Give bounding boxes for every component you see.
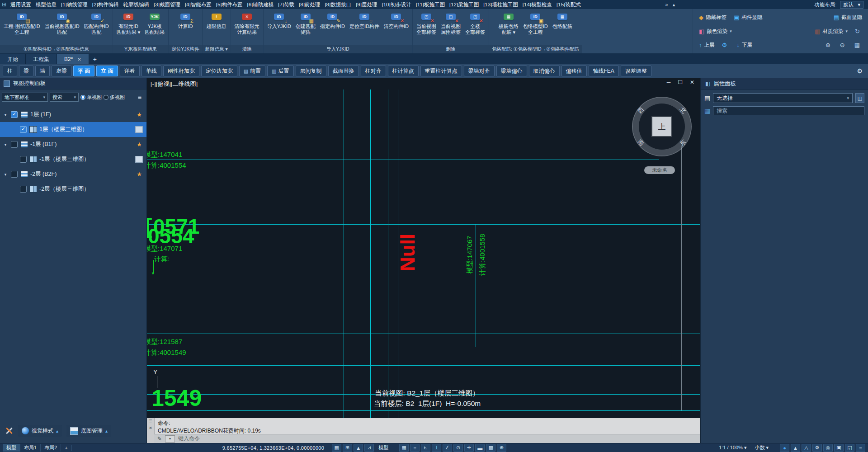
toolbar-button[interactable]: 梁 — [19, 66, 33, 76]
visibility-checkbox[interactable] — [20, 186, 27, 193]
toolbar-button[interactable]: 单线 — [142, 66, 161, 76]
expander-icon[interactable]: ▾ — [2, 172, 9, 177]
ortho-icon[interactable]: ⊥ — [432, 444, 441, 452]
isodraft-icon[interactable]: ▲ — [354, 444, 363, 452]
annotation-scale-icon[interactable]: ▲ — [791, 444, 800, 452]
polar-tracking-icon[interactable]: ∠ — [443, 444, 452, 452]
menu-item[interactable]: 轮廓线编辑 — [121, 1, 152, 8]
close-icon[interactable]: ✕ — [77, 57, 81, 62]
toolbar-button[interactable]: 梁墙对齐 — [464, 66, 495, 76]
refresh-icon[interactable]: ↻ — [853, 27, 864, 36]
menu-item[interactable]: [8]前处理 — [297, 1, 322, 8]
close-icon[interactable]: ✕ — [149, 426, 152, 430]
menu-item[interactable]: [14]模型检查 — [520, 1, 554, 8]
menu-item[interactable]: [11]板施工图 — [414, 1, 447, 8]
tree-row[interactable]: ▾ 1层 (1F) ★ — [0, 107, 146, 122]
ribbon-button[interactable]: ◳ ✕ 当前视图 属性标签 — [439, 10, 463, 36]
compass-west-label[interactable]: 西 — [636, 105, 646, 115]
tree-row[interactable]: ▾ -2层 (B2F) ★ — [0, 167, 146, 182]
dynamic-ucs-icon[interactable]: ⊿ — [364, 444, 374, 452]
toolbar-button[interactable]: 柱计算点 — [388, 66, 419, 76]
basement-standard-select[interactable]: 地下室标准 ▾ — [2, 93, 48, 102]
ribbon-overflow-icon[interactable]: » — [665, 2, 668, 8]
document-tab[interactable]: 工程集 — [26, 54, 57, 64]
tree-row[interactable]: 1层（楼层三维图） — [0, 122, 146, 137]
layout-tab[interactable]: 模型 — [3, 444, 20, 452]
menu-item[interactable]: [7]荷载 — [276, 1, 297, 8]
grid-display-icon[interactable]: ▦ — [399, 444, 409, 452]
precision-select[interactable]: 小数 ▾ — [751, 444, 772, 451]
toolbar-button[interactable]: 轴线FEA — [589, 66, 619, 76]
layout-tab[interactable]: 布局2 — [41, 444, 61, 452]
ribbon-button[interactable]: ▦ 板筋包络 配筋 ▾ — [496, 10, 521, 36]
visibility-checkbox[interactable] — [11, 171, 18, 178]
menu-item[interactable]: 通用设置 — [8, 1, 33, 8]
toolbar-button[interactable]: 立 面 — [96, 66, 118, 76]
section-visibility-icon[interactable]: ▤ 截面显隐 — [831, 13, 864, 22]
ribbon-button[interactable]: ID ↓ 导入YJKID — [265, 10, 293, 36]
view-thumbnail-icon[interactable] — [135, 126, 143, 133]
close-icon[interactable]: ✕ — [690, 79, 694, 85]
tree-row[interactable]: ▾ -1层 (B1F) ★ — [0, 137, 146, 152]
visibility-checkbox[interactable] — [11, 141, 18, 148]
view-thumbnail-icon[interactable] — [135, 156, 143, 163]
favorite-star-icon[interactable]: ★ — [137, 171, 142, 178]
otrack-icon[interactable]: ✛ — [464, 444, 474, 452]
base-map-button[interactable]: 底图管理 ▴ — [66, 425, 111, 437]
ribbon-button[interactable]: ID ▦ 创建匹配 矩阵 — [293, 10, 318, 36]
document-tab[interactable]: B2* ✕ — [57, 54, 89, 64]
command-options-icon[interactable]: ▾ — [165, 435, 175, 443]
color-render-icon[interactable]: ◧ 颜色渲染 ▾ — [697, 27, 734, 36]
compass-east-label[interactable]: 东 — [678, 138, 688, 148]
grid-mode-icon[interactable]: ▦ — [332, 444, 341, 452]
menu-item[interactable]: [6]辅助建模 — [245, 1, 276, 8]
zoom-level-button[interactable]: 1:1 / 100% ▾ — [716, 445, 750, 451]
ribbon-button[interactable]: ID ◌ 定位空ID构件 — [347, 10, 382, 36]
toolbar-button[interactable]: 误差调整 — [621, 66, 651, 76]
infer-constraints-icon[interactable]: ⊾ — [421, 444, 430, 452]
command-input[interactable]: ✎ ▾ 键入命令 — [154, 434, 700, 443]
view-compass[interactable]: 西 北 南 东 上 — [633, 98, 691, 155]
menu-item[interactable]: [10]初步设计 — [379, 1, 413, 8]
visibility-checkbox[interactable] — [20, 156, 27, 163]
ribbon-button[interactable]: ✕ 清除有限元 计算结果 — [232, 10, 262, 36]
menu-item[interactable]: [13]墙柱施工图 — [481, 1, 520, 8]
settings-gear-icon[interactable]: ⚙ — [720, 41, 732, 49]
osnap-icon[interactable]: ⊙ — [453, 444, 463, 452]
render-quality-icon[interactable]: ● — [780, 444, 789, 452]
new-tab-button[interactable]: + — [89, 54, 101, 64]
annotation-visibility-icon[interactable]: △ — [802, 444, 811, 452]
section-name-tag[interactable]: 未命名 — [644, 166, 675, 174]
zoom-in-icon[interactable]: ⊕ — [823, 41, 835, 49]
layer-up-icon[interactable]: ↑ 上层 — [697, 41, 717, 49]
snap-mode-icon[interactable]: ⊞ — [343, 444, 352, 452]
multi-view-radio[interactable]: 多视图 — [104, 94, 125, 101]
maximize-icon[interactable]: ☐ — [678, 79, 683, 85]
toolbar-button[interactable]: 取消偏心 — [529, 66, 560, 76]
ribbon-button[interactable]: ID ◉ 当前视图匹配ID 匹配 — [42, 10, 82, 36]
clean-screen-icon[interactable]: ◱ — [845, 444, 854, 452]
menu-item[interactable]: [3]截面管理 — [151, 1, 183, 8]
ribbon-button[interactable]: ID Σ 计算ID — [175, 10, 195, 36]
hardware-accel-icon[interactable]: ▣ — [834, 444, 844, 452]
toolbar-button[interactable]: 刚性杆加宽 — [163, 66, 199, 76]
ribbon-collapse-icon[interactable]: ▴ — [673, 2, 675, 8]
compass-north-label[interactable]: 北 — [678, 105, 688, 115]
toolbar-button[interactable]: 墙 — [35, 66, 50, 76]
toolbar-button[interactable]: 柱 — [3, 66, 17, 76]
drag-handle-icon[interactable]: ⠿ — [149, 419, 152, 424]
app-icon[interactable]: ⊞ — [0, 1, 8, 8]
ribbon-button[interactable]: ID ▤ 工程-图纸匹配ID 全工程 — [1, 10, 42, 36]
search-select[interactable]: 搜索 ▾ — [50, 93, 79, 102]
panel-toggle-icon[interactable]: ◫ — [855, 93, 864, 103]
ribbon-button[interactable]: ID ✎ 指定构件ID — [318, 10, 347, 36]
menu-item[interactable]: [8]数据接口 — [322, 1, 354, 8]
menu-item[interactable]: [1]轴线管理 — [59, 1, 90, 8]
tree-row[interactable]: -2层（楼层三维图） — [0, 182, 146, 197]
component-visibility-icon[interactable]: ▣ 构件显隐 — [731, 13, 764, 22]
toolbar-button[interactable]: 梁墙偏心 — [496, 66, 527, 76]
favorite-star-icon[interactable]: ★ — [137, 111, 142, 118]
ribbon-button[interactable]: ◳ ✕ 当前视图 全部标签 — [414, 10, 439, 36]
toolbar-button[interactable]: ▤ 前置 — [239, 66, 265, 76]
toolbar-button[interactable]: ▥ 后置 — [267, 66, 293, 76]
